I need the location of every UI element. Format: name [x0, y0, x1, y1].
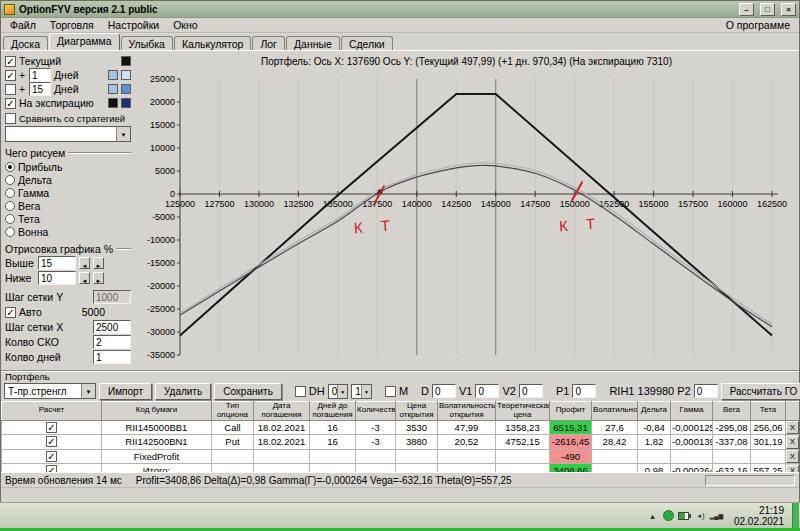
- series-toggles: Текущий+Дней+ДнейНа экспирацию: [5, 54, 131, 110]
- draw-option[interactable]: Гамма: [5, 186, 131, 199]
- tab-data[interactable]: Данные: [286, 36, 340, 50]
- row-delete-button[interactable]: X: [786, 450, 799, 463]
- radio-icon[interactable]: [5, 188, 15, 198]
- row-delete-cell: X: [786, 449, 800, 464]
- compare-strategy-checkbox[interactable]: [5, 113, 16, 124]
- series-toggle-current-checkbox[interactable]: [5, 56, 16, 67]
- v1-input[interactable]: [475, 384, 499, 398]
- series-toggle-plus-15-days-checkbox[interactable]: [5, 84, 16, 95]
- show-desktop-button[interactable]: [792, 503, 799, 528]
- v1-label: V1: [459, 385, 472, 397]
- menu-window[interactable]: Окно: [166, 19, 204, 31]
- auto-grid-checkbox[interactable]: [5, 307, 16, 318]
- radio-icon[interactable]: [5, 227, 15, 237]
- row-delete-button[interactable]: X: [786, 436, 799, 449]
- row-checkbox[interactable]: [46, 436, 57, 447]
- svg-text:20000: 20000: [150, 97, 175, 107]
- series-toggle-plus-1-day: +Дней: [5, 68, 131, 82]
- series-toggle-plus-1-day-days-input[interactable]: [29, 68, 51, 82]
- tab-board[interactable]: Доска: [3, 36, 48, 50]
- volume-icon[interactable]: [694, 509, 707, 522]
- table-cell: -0,000139: [671, 435, 713, 450]
- sko-count-input[interactable]: [93, 335, 131, 349]
- table-cell: 27,6: [592, 420, 638, 435]
- chevron-down-icon[interactable]: [116, 127, 130, 141]
- color-swatch: [108, 84, 118, 94]
- compare-strategy-row: Сравнить со стратегией: [5, 111, 131, 125]
- draw-option[interactable]: Тета: [5, 212, 131, 225]
- compare-strategy-select[interactable]: [5, 126, 131, 142]
- battery-icon[interactable]: [678, 509, 691, 522]
- spin-left-icon[interactable]: [79, 272, 90, 284]
- table-cell: -0,84: [638, 420, 671, 435]
- chevron-down-icon[interactable]: [361, 385, 371, 398]
- table-cell: [356, 464, 396, 472]
- delete-button[interactable]: Удалить: [155, 383, 211, 400]
- menu-file[interactable]: Файл: [3, 19, 43, 31]
- minimize-button[interactable]: [739, 3, 754, 16]
- radio-icon[interactable]: [5, 214, 15, 224]
- radio-icon[interactable]: [5, 201, 15, 211]
- spin-left-icon[interactable]: [79, 257, 90, 269]
- above-input[interactable]: [38, 256, 76, 270]
- auto-grid-value: 5000: [82, 306, 131, 318]
- chevron-down-icon[interactable]: [81, 384, 95, 398]
- draw-option[interactable]: Дельта: [5, 173, 131, 186]
- m-checkbox[interactable]: [385, 386, 396, 397]
- close-button[interactable]: [781, 3, 796, 16]
- save-button[interactable]: Сохранить: [214, 383, 282, 400]
- dh-checkbox[interactable]: [295, 386, 306, 397]
- days-count-input[interactable]: [93, 350, 131, 364]
- svg-text:162500: 162500: [757, 199, 787, 209]
- positions-table-wrap: РасчетКод бумагиТип опционаДата погашени…: [1, 401, 799, 472]
- v2-input[interactable]: [519, 384, 543, 398]
- p2-input[interactable]: [694, 384, 718, 398]
- title-bar[interactable]: OptionFYV версия 2.1 public: [1, 1, 799, 18]
- tab-deals[interactable]: Сделки: [341, 36, 393, 50]
- row-checkbox[interactable]: [46, 465, 57, 472]
- p1-input[interactable]: [572, 384, 596, 398]
- table-cell: RII142500BN1: [102, 435, 212, 450]
- tab-smile[interactable]: Улыбка: [121, 36, 173, 50]
- strategy-select[interactable]: Т-пр.стренгл: [4, 383, 96, 399]
- tab-bar: ДоскаДиаграммаУлыбкаКалькуляторЛогДанные…: [1, 33, 799, 50]
- d-input[interactable]: [432, 384, 456, 398]
- row-checkbox[interactable]: [46, 451, 57, 462]
- series-toggle-plus-1-day-checkbox[interactable]: [5, 70, 16, 81]
- dh-value-1-select[interactable]: 0: [328, 384, 349, 399]
- row-delete-button[interactable]: X: [786, 421, 799, 434]
- chevron-up-icon[interactable]: [646, 509, 659, 522]
- below-input[interactable]: [38, 271, 76, 285]
- draw-option[interactable]: Прибыль: [5, 160, 131, 173]
- status-green-icon[interactable]: [662, 509, 675, 522]
- column-header: Профит: [550, 402, 592, 421]
- row-delete-button[interactable]: X: [786, 465, 799, 472]
- calculate-margin-button[interactable]: Рассчитать ГО: [721, 383, 800, 400]
- series-toggle-expiration-checkbox[interactable]: [5, 98, 16, 109]
- row-checkbox[interactable]: [46, 422, 57, 433]
- maximize-button[interactable]: [760, 3, 775, 16]
- table-cell: [356, 449, 396, 464]
- auto-grid-label: Авто: [19, 306, 42, 318]
- tab-diagram[interactable]: Диаграмма: [49, 33, 120, 50]
- menu-settings[interactable]: Настройки: [101, 19, 167, 31]
- grid-x-input[interactable]: [93, 320, 131, 334]
- menu-about[interactable]: О программе: [719, 19, 797, 31]
- spin-right-icon[interactable]: [93, 272, 104, 284]
- column-header: Дельта: [638, 402, 671, 421]
- import-button[interactable]: Импорт: [99, 383, 152, 400]
- draw-option[interactable]: Вонна: [5, 225, 131, 238]
- tab-calculator[interactable]: Калькулятор: [174, 36, 251, 50]
- table-cell: 3408,86: [550, 464, 592, 472]
- spin-right-icon[interactable]: [93, 257, 104, 269]
- chevron-down-icon[interactable]: [337, 385, 347, 398]
- menu-trading[interactable]: Торговля: [43, 19, 101, 31]
- radio-icon[interactable]: [5, 175, 15, 185]
- dh-value-2-select[interactable]: 1: [351, 384, 372, 399]
- network-icon[interactable]: [710, 509, 723, 522]
- radio-icon[interactable]: [5, 162, 15, 172]
- tab-log[interactable]: Лог: [252, 36, 285, 50]
- clock[interactable]: 21:19 02.02.2021: [728, 505, 790, 527]
- series-toggle-plus-15-days-days-input[interactable]: [29, 82, 51, 96]
- draw-option[interactable]: Вега: [5, 199, 131, 212]
